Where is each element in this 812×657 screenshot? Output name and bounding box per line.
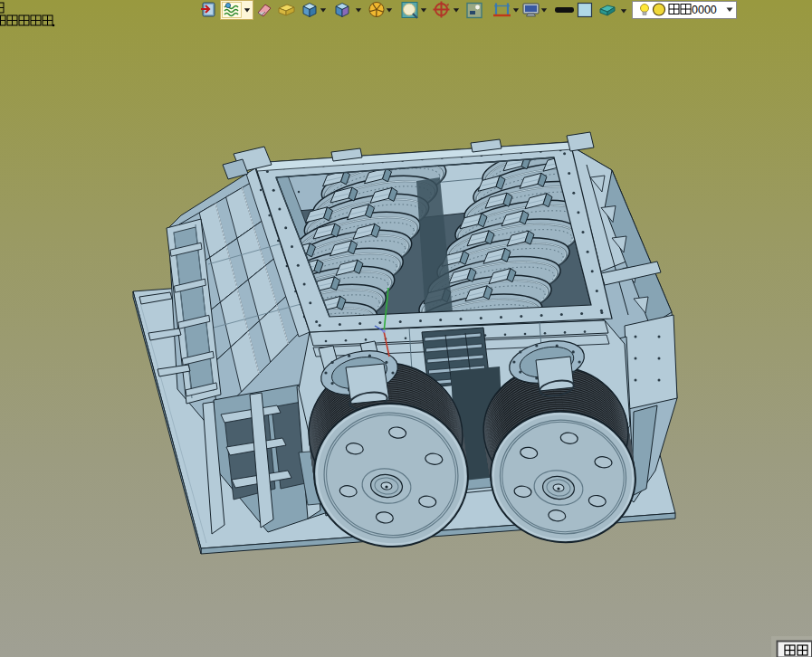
svg-text:0000: 0000	[692, 4, 717, 16]
